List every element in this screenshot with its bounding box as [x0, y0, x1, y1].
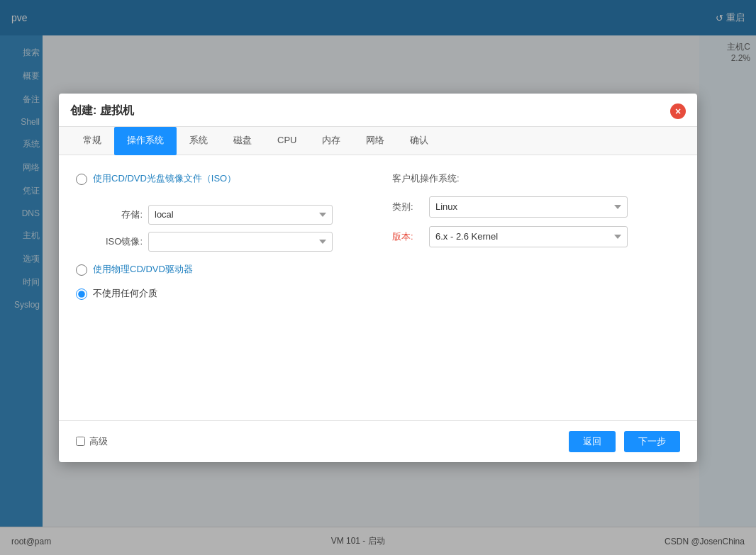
iso-row: ISO镜像: [93, 232, 364, 252]
storage-row: 存储: local [93, 205, 364, 225]
tab-network[interactable]: 网络 [353, 127, 397, 155]
none-label[interactable]: 不使用任何介质 [93, 287, 157, 300]
storage-select[interactable]: local [148, 205, 333, 225]
tab-memory[interactable]: 内存 [309, 127, 353, 155]
modal-overlay: 创建: 虚拟机 × 常规 操作系统 系统 磁盘 CPU 内存 网络 确认 使用C… [0, 0, 756, 555]
option-cdrom: 使用CD/DVD光盘镜像文件（ISO） [76, 172, 364, 185]
os-version-select[interactable]: 6.x - 2.6 Kernel 5.x - 2.6 Kernel 4.x - … [429, 226, 628, 247]
os-section-title: 客户机操作系统: [392, 172, 680, 185]
iso-label: ISO镜像: [93, 235, 143, 248]
advanced-checkbox[interactable] [76, 437, 85, 446]
os-type-label: 类别: [392, 201, 421, 213]
left-section: 使用CD/DVD光盘镜像文件（ISO） 存储: local ISO镜像: [76, 172, 364, 403]
tab-cpu[interactable]: CPU [265, 127, 309, 155]
storage-label: 存储: [93, 208, 143, 221]
tab-disk[interactable]: 磁盘 [221, 127, 265, 155]
back-button[interactable]: 返回 [569, 431, 616, 452]
cdrom-fields: 存储: local ISO镜像: [93, 205, 364, 252]
iso-select[interactable] [148, 232, 333, 252]
tab-os[interactable]: 操作系统 [114, 127, 177, 155]
physical-label[interactable]: 使用物理CD/DVD驱动器 [93, 263, 193, 276]
modal-body: 使用CD/DVD光盘镜像文件（ISO） 存储: local ISO镜像: [59, 155, 697, 420]
modal-footer: 高级 返回 下一步 [59, 420, 697, 462]
media-options: 使用CD/DVD光盘镜像文件（ISO） 存储: local ISO镜像: [76, 172, 364, 300]
modal-close-button[interactable]: × [670, 103, 686, 119]
tab-general[interactable]: 常规 [70, 127, 114, 155]
os-version-label: 版本: [392, 230, 421, 243]
next-button[interactable]: 下一步 [624, 431, 680, 452]
modal-dialog: 创建: 虚拟机 × 常规 操作系统 系统 磁盘 CPU 内存 网络 确认 使用C… [59, 94, 697, 462]
tab-confirm[interactable]: 确认 [397, 127, 441, 155]
cdrom-label[interactable]: 使用CD/DVD光盘镜像文件（ISO） [93, 172, 236, 185]
modal-tabs: 常规 操作系统 系统 磁盘 CPU 内存 网络 确认 [59, 127, 697, 155]
os-version-row: 版本: 6.x - 2.6 Kernel 5.x - 2.6 Kernel 4.… [392, 226, 680, 247]
none-radio[interactable] [76, 288, 87, 300]
physical-radio[interactable] [76, 264, 87, 276]
modal-header: 创建: 虚拟机 × [59, 94, 697, 127]
option-physical: 使用物理CD/DVD驱动器 [76, 263, 364, 276]
os-type-select[interactable]: Linux Windows Solaris Other [429, 196, 628, 218]
option-none: 不使用任何介质 [76, 287, 364, 300]
tab-system[interactable]: 系统 [177, 127, 221, 155]
os-type-row: 类别: Linux Windows Solaris Other [392, 196, 680, 218]
advanced-section: 高级 [76, 435, 108, 448]
advanced-label[interactable]: 高级 [89, 435, 108, 448]
right-section: 客户机操作系统: 类别: Linux Windows Solaris Other… [392, 172, 680, 403]
cdrom-radio[interactable] [76, 174, 87, 185]
modal-title: 创建: 虚拟机 [70, 103, 134, 118]
